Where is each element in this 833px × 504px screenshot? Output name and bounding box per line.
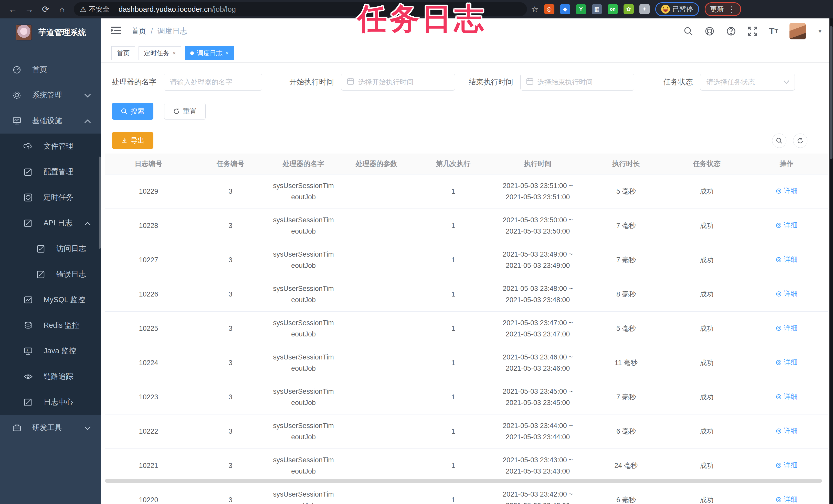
sidebar-item-label: 定时任务: [44, 193, 73, 203]
help-icon[interactable]: [726, 26, 736, 36]
cell-handler-params: [338, 221, 415, 231]
font-size-icon[interactable]: TT: [769, 26, 779, 36]
sidebar-item-系统管理[interactable]: 系统管理: [0, 82, 101, 108]
sidebar-item-MySQL-监控[interactable]: MySQL 监控: [0, 287, 101, 312]
column-header-任务状态: 任务状态: [668, 158, 745, 169]
table-row: 102233sysUserSessionTimeoutJob12021-05-0…: [105, 380, 828, 414]
table-body: 102293sysUserSessionTimeoutJob12021-05-0…: [105, 175, 828, 504]
sidebar-item-定时任务[interactable]: 定时任务: [0, 185, 101, 210]
detail-link[interactable]: 详细: [776, 220, 798, 231]
app-logo-row[interactable]: 芋道管理系统: [0, 19, 101, 47]
paused-extension-button[interactable]: 已暂停: [655, 2, 699, 16]
refresh-table-button[interactable]: [793, 133, 807, 148]
sidebar-item-配置管理[interactable]: 配置管理: [0, 159, 101, 185]
handler-name-input[interactable]: [164, 74, 262, 91]
sidebar-item-label: API 日志: [44, 218, 72, 228]
toggle-search-button[interactable]: [772, 133, 786, 148]
edit-icon: [37, 270, 46, 279]
sidebar-item-基础设施[interactable]: 基础设施: [0, 108, 101, 133]
start-time-input[interactable]: [341, 74, 455, 91]
cell-job-id: 3: [192, 421, 269, 442]
column-header-处理器的参数: 处理器的参数: [338, 158, 415, 169]
cell-execute-index: 1: [415, 284, 492, 305]
export-button[interactable]: 导出: [112, 132, 153, 149]
detail-link[interactable]: 详细: [776, 425, 798, 436]
browser-menu-icon[interactable]: ⋮: [728, 5, 736, 14]
sidebar-item-Java-监控[interactable]: JJava 监控: [0, 338, 101, 364]
detail-link-label: 详细: [784, 460, 798, 471]
leaf-extension[interactable]: ✿: [623, 4, 634, 14]
detail-link[interactable]: 详细: [776, 357, 798, 368]
active-tab-dot: [190, 51, 194, 55]
cell-duration: 7 毫秒: [584, 215, 668, 236]
column-header-执行时间: 执行时间: [492, 158, 584, 169]
on-badge-extension[interactable]: on: [608, 4, 618, 14]
detail-link[interactable]: 详细: [776, 323, 798, 334]
close-tab-icon[interactable]: ×: [225, 50, 229, 56]
end-time-input[interactable]: [520, 74, 634, 91]
sidebar-item-Redis-监控[interactable]: Redis 监控: [0, 312, 101, 338]
cell-log-id: 10221: [105, 455, 192, 476]
browser-home-icon[interactable]: ⌂: [56, 3, 68, 15]
blue-drop-extension[interactable]: ◆: [560, 4, 570, 14]
sidebar-scrollbar[interactable]: [99, 157, 101, 249]
cell-log-id: 10223: [105, 386, 192, 408]
table-row: 102253sysUserSessionTimeoutJob12021-05-0…: [105, 311, 828, 346]
horizontal-scrollbar[interactable]: [105, 479, 822, 483]
sidebar-item-访问日志[interactable]: 访问日志: [0, 236, 101, 261]
column-header-操作: 操作: [745, 158, 828, 169]
sidebar-item-label: 访问日志: [56, 244, 86, 254]
reset-button[interactable]: 重置: [164, 103, 206, 120]
sidebar-item-API-日志[interactable]: API 日志: [0, 210, 101, 236]
search-icon[interactable]: [684, 26, 693, 36]
user-avatar[interactable]: [789, 23, 806, 40]
sidebar-item-首页[interactable]: 首页: [0, 57, 101, 82]
sidebar-item-label: 日志中心: [44, 397, 73, 407]
sidebar-item-链路追踪[interactable]: 链路追踪: [0, 364, 101, 389]
refresh-icon: [797, 137, 804, 144]
window-scrollbar-thumb[interactable]: [830, 26, 832, 159]
detail-link-label: 详细: [784, 220, 798, 231]
detail-link[interactable]: 详细: [776, 391, 798, 402]
detail-link[interactable]: 详细: [776, 288, 798, 299]
fullscreen-icon[interactable]: [747, 26, 758, 36]
detail-link-label: 详细: [784, 494, 798, 504]
sidebar-item-研发工具[interactable]: 研发工具: [0, 415, 101, 440]
sidebar-item-文件管理[interactable]: 文件管理: [0, 133, 101, 159]
puzzle-extension[interactable]: ✦: [639, 4, 650, 14]
detail-link[interactable]: 详细: [776, 185, 798, 197]
hamburger-icon[interactable]: [111, 26, 121, 36]
grid-extension[interactable]: ▦: [592, 4, 602, 14]
detail-link[interactable]: 详细: [776, 254, 798, 265]
window-scrollbar-track[interactable]: [829, 19, 833, 504]
svg-text:J: J: [26, 349, 28, 352]
sidebar-item-日志中心[interactable]: 日志中心: [0, 389, 101, 415]
tags-view-bar: 首页定时任务×调度日志×: [101, 44, 833, 62]
bookmark-star-icon[interactable]: ☆: [531, 4, 539, 14]
chart-icon: [24, 295, 33, 304]
table-row: 102273sysUserSessionTimeoutJob12021-05-0…: [105, 243, 828, 277]
orange-ring-extension[interactable]: ◎: [544, 4, 554, 14]
security-label[interactable]: 不安全: [89, 5, 110, 14]
browser-update-button[interactable]: 更新 ⋮: [705, 2, 741, 16]
breadcrumb-home[interactable]: 首页: [132, 26, 146, 36]
browser-back-icon[interactable]: ←: [7, 3, 19, 15]
tab-调度日志[interactable]: 调度日志×: [185, 46, 234, 60]
toolbox-icon: [12, 423, 22, 432]
cell-duration: 5 毫秒: [584, 181, 668, 202]
detail-link[interactable]: 详细: [776, 494, 798, 504]
green-y-extension[interactable]: Y: [576, 4, 586, 14]
sidebar-item-错误日志[interactable]: 错误日志: [0, 261, 101, 287]
close-tab-icon[interactable]: ×: [173, 50, 176, 56]
cell-execute-index: 1: [415, 215, 492, 236]
tab-首页[interactable]: 首页: [111, 46, 135, 60]
github-icon[interactable]: [705, 26, 715, 36]
browser-reload-icon[interactable]: ⟳: [40, 3, 52, 15]
avatar-caret-down-icon[interactable]: ▼: [817, 28, 823, 34]
detail-link[interactable]: 详细: [776, 460, 798, 471]
cell-duration: 24 毫秒: [584, 455, 668, 476]
tab-定时任务[interactable]: 定时任务×: [139, 46, 181, 60]
job-status-select[interactable]: 请选择任务状态: [700, 74, 795, 91]
search-button[interactable]: 搜索: [112, 103, 153, 120]
browser-forward-icon[interactable]: →: [23, 3, 35, 15]
